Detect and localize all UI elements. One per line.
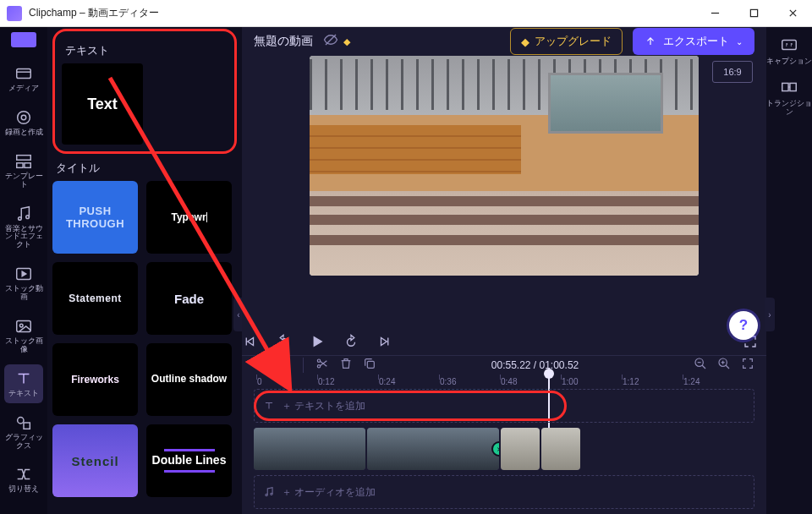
nav-record[interactable]: 録画と作成 bbox=[4, 103, 43, 142]
nav-stock-video[interactable]: ストック動画 bbox=[4, 260, 43, 307]
svg-rect-1 bbox=[750, 9, 757, 16]
panel-collapse-button[interactable]: ‹ bbox=[233, 298, 242, 331]
zoom-fit-button[interactable] bbox=[741, 357, 754, 373]
title-tile-statement[interactable]: Statement bbox=[52, 262, 138, 335]
svg-point-11 bbox=[26, 215, 30, 218]
visibility-icon[interactable] bbox=[323, 32, 338, 51]
title-tile-fireworks[interactable]: Fireworks bbox=[52, 343, 138, 416]
svg-point-15 bbox=[18, 417, 24, 423]
right-sidebar: キャプション トランジション bbox=[766, 27, 812, 117]
zoom-in-button[interactable] bbox=[717, 357, 731, 373]
split-button[interactable] bbox=[315, 357, 329, 373]
skip-start-button[interactable] bbox=[242, 334, 257, 353]
callout-text-tile: テキスト Text bbox=[52, 29, 237, 154]
text-tile-basic[interactable]: Text bbox=[62, 63, 143, 145]
svg-point-5 bbox=[18, 112, 30, 124]
nav-media[interactable]: メディア bbox=[4, 59, 43, 98]
nav-templates[interactable]: テンプレート bbox=[4, 147, 43, 194]
help-button[interactable]: ? bbox=[729, 311, 758, 340]
window-close-button[interactable] bbox=[773, 0, 812, 27]
svg-rect-31 bbox=[782, 83, 788, 90]
nav-audio[interactable]: 音楽とサウンドエフェクト bbox=[4, 200, 43, 255]
timeline-ruler[interactable]: 0 0:12 0:24 0:36 0:48 1:00 1:12 1:24 bbox=[242, 374, 766, 386]
aspect-ratio-badge[interactable]: 16:9 bbox=[712, 61, 753, 83]
svg-point-6 bbox=[21, 115, 26, 120]
title-tile-double-lines[interactable]: Double Lines bbox=[146, 424, 232, 497]
timeline-toolbar: 00:55.22 / 01:00.52 bbox=[242, 355, 766, 374]
svg-rect-30 bbox=[782, 41, 797, 50]
delete-button[interactable] bbox=[339, 357, 353, 373]
svg-rect-13 bbox=[17, 321, 31, 332]
text-panel: テキスト Text タイトル PUSH THROUGH Typewr State… bbox=[47, 27, 242, 514]
group-label-text: テキスト bbox=[65, 43, 229, 58]
window-titlebar: Clipchamp – 動画エディター bbox=[0, 0, 812, 27]
add-audio-label: ＋ オーディオを追加 bbox=[282, 485, 376, 500]
playback-controls bbox=[242, 331, 766, 355]
timeline-time: 00:55.22 / 01:00.52 bbox=[491, 359, 579, 371]
undo-button[interactable] bbox=[254, 357, 267, 373]
title-tile-stencil[interactable]: Stencil bbox=[52, 424, 138, 497]
group-label-titles: タイトル bbox=[56, 161, 237, 176]
svg-rect-9 bbox=[25, 163, 30, 168]
svg-point-10 bbox=[19, 216, 22, 220]
forward-button[interactable] bbox=[343, 334, 359, 353]
right-collapse-button[interactable]: › bbox=[765, 298, 775, 331]
duplicate-button[interactable] bbox=[363, 357, 376, 373]
title-tile-outline-shadow[interactable]: Outline shadow bbox=[146, 343, 232, 416]
svg-rect-32 bbox=[790, 83, 796, 90]
svg-rect-7 bbox=[17, 155, 31, 160]
upgrade-button[interactable]: ◆アップグレード bbox=[510, 28, 623, 55]
skip-end-button[interactable] bbox=[377, 334, 392, 353]
title-tile-push-through[interactable]: PUSH THROUGH bbox=[52, 181, 138, 254]
svg-line-22 bbox=[702, 365, 705, 369]
gem-icon: ◆ bbox=[343, 36, 350, 47]
rewind-button[interactable] bbox=[276, 334, 291, 353]
preview-stage[interactable] bbox=[310, 56, 699, 276]
captions-button[interactable]: キャプション bbox=[766, 36, 812, 66]
play-button[interactable] bbox=[310, 334, 325, 353]
main-area: 無題の動画 ◆ ◆アップグレード エクスポート⌄ 16:9 ? bbox=[242, 27, 766, 514]
nav-graphics[interactable]: グラフィックス bbox=[4, 408, 43, 456]
transitions-button[interactable]: トランジション bbox=[766, 78, 812, 117]
video-track[interactable] bbox=[254, 428, 754, 470]
text-track-dropzone[interactable]: ＋ テキストを追加 bbox=[254, 389, 754, 423]
svg-line-25 bbox=[726, 365, 729, 369]
export-button[interactable]: エクスポート⌄ bbox=[633, 28, 754, 55]
project-title[interactable]: 無題の動画 bbox=[254, 34, 313, 49]
title-tile-fade[interactable]: Fade bbox=[146, 262, 232, 335]
left-nav: メディア 録画と作成 テンプレート 音楽とサウンドエフェクト ストック動画 スト… bbox=[0, 27, 47, 514]
title-tile-typewriter[interactable]: Typewr bbox=[146, 181, 232, 254]
window-minimize-button[interactable] bbox=[695, 0, 734, 27]
svg-point-28 bbox=[266, 494, 267, 495]
svg-rect-4 bbox=[17, 69, 31, 79]
svg-point-14 bbox=[19, 324, 23, 327]
audio-track-dropzone[interactable]: ＋ オーディオを追加 bbox=[254, 475, 754, 509]
window-title: Clipchamp – 動画エディター bbox=[29, 6, 159, 20]
window-maximize-button[interactable] bbox=[734, 0, 773, 27]
svg-rect-8 bbox=[17, 163, 23, 168]
add-text-label: ＋ テキストを追加 bbox=[282, 399, 365, 413]
zoom-out-button[interactable] bbox=[694, 357, 707, 373]
app-logo-icon bbox=[7, 6, 22, 21]
redo-button[interactable] bbox=[277, 357, 291, 373]
nav-stock-image[interactable]: ストック画像 bbox=[4, 312, 43, 359]
svg-point-29 bbox=[271, 493, 272, 495]
svg-rect-20 bbox=[367, 361, 374, 368]
brand-icon bbox=[11, 32, 36, 47]
nav-transitions[interactable]: 切り替え bbox=[4, 460, 43, 499]
nav-text[interactable]: テキスト bbox=[4, 364, 43, 403]
svg-rect-16 bbox=[24, 423, 30, 429]
